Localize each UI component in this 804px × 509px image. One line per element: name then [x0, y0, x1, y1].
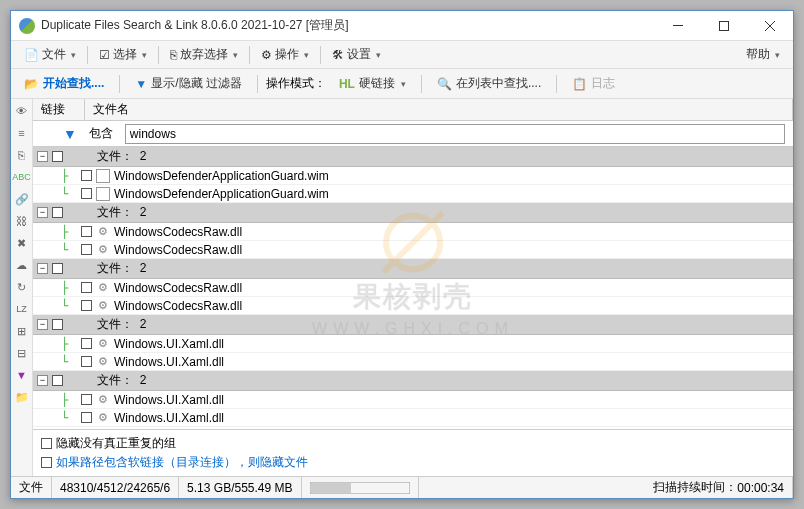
status-files-label: 文件: [11, 477, 52, 498]
text-icon[interactable]: ABC: [14, 169, 30, 185]
copy-icon[interactable]: ⎘: [14, 147, 30, 163]
file-dll-icon: ⚙: [96, 393, 110, 407]
group-header[interactable]: −文件： 2: [33, 315, 793, 335]
checkbox-icon[interactable]: [81, 412, 92, 423]
compare-icon[interactable]: ≡: [14, 125, 30, 141]
log-button[interactable]: 📋日志: [565, 71, 622, 96]
expand-icon[interactable]: ⊞: [14, 323, 30, 339]
menu-action[interactable]: ⚙操作▾: [254, 43, 316, 66]
file-name: WindowsDefenderApplicationGuard.wim: [114, 169, 329, 183]
filter-input[interactable]: [125, 124, 785, 144]
hardlink-mode-button[interactable]: HL硬链接▾: [332, 71, 413, 96]
toolbar: 📂开始查找.... ▼显示/隐藏 过滤器 操作模式： HL硬链接▾ 🔍在列表中查…: [11, 69, 793, 99]
option-hide-softlink[interactable]: 如果路径包含软链接（目录连接），则隐藏文件: [41, 453, 785, 472]
group-header[interactable]: −文件： 2: [33, 147, 793, 167]
collapse-icon[interactable]: −: [37, 151, 48, 162]
file-dll-icon: ⚙: [96, 299, 110, 313]
search-in-list-button[interactable]: 🔍在列表中查找....: [430, 71, 548, 96]
status-progress: [302, 477, 419, 498]
file-dll-icon: ⚙: [96, 225, 110, 239]
svg-rect-0: [673, 25, 683, 26]
file-row[interactable]: ├⚙WindowsCodecsRaw.dll: [33, 223, 793, 241]
menu-file[interactable]: 📄文件▾: [17, 43, 83, 66]
checkbox-icon[interactable]: [41, 438, 52, 449]
chain-icon[interactable]: ⛓: [14, 213, 30, 229]
checkbox-icon[interactable]: [81, 170, 92, 181]
link-icon[interactable]: 🔗: [14, 191, 30, 207]
refresh-icon[interactable]: ↻: [14, 279, 30, 295]
checkbox-icon[interactable]: [81, 282, 92, 293]
start-search-button[interactable]: 📂开始查找....: [17, 71, 111, 96]
option-hide-nondup[interactable]: 隐藏没有真正重复的组: [41, 434, 785, 453]
filter-row: ▼ 包含: [33, 121, 793, 147]
window-title: Duplicate Files Search & Link 8.0.6.0 20…: [41, 17, 655, 34]
file-row[interactable]: ├⚙WindowsCodecsRaw.dll: [33, 279, 793, 297]
file-dll-icon: ⚙: [96, 355, 110, 369]
grid-header: 链接 文件名: [33, 99, 793, 121]
file-row[interactable]: └⚙WindowsCodecsRaw.dll: [33, 241, 793, 259]
file-row[interactable]: └⚙Windows.UI.Xaml.dll: [33, 353, 793, 371]
file-wim-icon: [96, 187, 110, 201]
checkbox-icon[interactable]: [81, 338, 92, 349]
checkbox-icon[interactable]: [41, 457, 52, 468]
collapse-icon[interactable]: ⊟: [14, 345, 30, 361]
checkbox-icon[interactable]: [81, 244, 92, 255]
results-tree[interactable]: 果核剥壳 WWW.GHXI.COM −文件： 2├WindowsDefender…: [33, 147, 793, 429]
delete-icon[interactable]: ✖: [14, 235, 30, 251]
cloud-icon[interactable]: ☁: [14, 257, 30, 273]
file-icon: 📄: [24, 48, 39, 62]
hardlink-icon: HL: [339, 77, 355, 91]
collapse-icon[interactable]: −: [37, 319, 48, 330]
group-header[interactable]: −文件： 2: [33, 371, 793, 391]
menu-select[interactable]: ☑选择▾: [92, 43, 154, 66]
checkbox-icon[interactable]: [81, 226, 92, 237]
column-filename[interactable]: 文件名: [85, 99, 793, 120]
checkbox-icon[interactable]: [52, 375, 63, 386]
collapse-icon[interactable]: −: [37, 263, 48, 274]
toggle-filter-button[interactable]: ▼显示/隐藏 过滤器: [128, 71, 249, 96]
group-header[interactable]: −文件： 2: [33, 203, 793, 223]
checkbox-icon[interactable]: [81, 356, 92, 367]
options-panel: 隐藏没有真正重复的组 如果路径包含软链接（目录连接），则隐藏文件: [33, 429, 793, 476]
group-label: 文件： 2: [97, 372, 146, 389]
menu-settings[interactable]: 🛠设置▾: [325, 43, 388, 66]
filter-purple-icon[interactable]: ▼: [14, 367, 30, 383]
eye-icon[interactable]: 👁: [14, 103, 30, 119]
menu-deselect[interactable]: ⎘放弃选择▾: [163, 43, 245, 66]
statusbar: 文件 48310/4512/24265/6 5.13 GB/555.49 MB …: [11, 476, 793, 498]
checkbox-icon[interactable]: [52, 319, 63, 330]
app-icon: [19, 18, 35, 34]
file-row[interactable]: └⚙Windows.UI.Xaml.dll: [33, 409, 793, 427]
file-name: Windows.UI.Xaml.dll: [114, 411, 224, 425]
app-window: Duplicate Files Search & Link 8.0.6.0 20…: [10, 10, 794, 499]
checkbox-icon[interactable]: [52, 207, 63, 218]
folder-search-icon: 📂: [24, 77, 39, 91]
maximize-button[interactable]: [701, 11, 747, 41]
folder-icon[interactable]: 📁: [14, 389, 30, 405]
collapse-icon[interactable]: −: [37, 375, 48, 386]
checkbox-icon[interactable]: [81, 300, 92, 311]
group-label: 文件： 2: [97, 260, 146, 277]
checkbox-icon[interactable]: [52, 151, 63, 162]
file-row[interactable]: ├⚙Windows.UI.Xaml.dll: [33, 391, 793, 409]
group-header[interactable]: −文件： 2: [33, 259, 793, 279]
mode-label: 操作模式：: [266, 75, 326, 92]
menu-help[interactable]: 帮助▾: [739, 43, 787, 66]
file-dll-icon: ⚙: [96, 281, 110, 295]
checkbox-icon[interactable]: [52, 263, 63, 274]
file-row[interactable]: ├WindowsDefenderApplicationGuard.wim: [33, 167, 793, 185]
minimize-button[interactable]: [655, 11, 701, 41]
file-row[interactable]: └⚙WindowsCodecsRaw.dll: [33, 297, 793, 315]
svg-rect-3: [311, 483, 351, 493]
file-row[interactable]: └WindowsDefenderApplicationGuard.wim: [33, 185, 793, 203]
checkbox-icon[interactable]: [81, 394, 92, 405]
checkbox-icon[interactable]: [81, 188, 92, 199]
funnel-icon: ▼: [135, 77, 147, 91]
lz-icon[interactable]: LZ: [14, 301, 30, 317]
log-icon: 📋: [572, 77, 587, 91]
file-row[interactable]: ├⚙Windows.UI.Xaml.dll: [33, 335, 793, 353]
collapse-icon[interactable]: −: [37, 207, 48, 218]
funnel-icon: ▼: [63, 126, 77, 142]
close-button[interactable]: [747, 11, 793, 41]
column-link[interactable]: 链接: [33, 99, 85, 120]
